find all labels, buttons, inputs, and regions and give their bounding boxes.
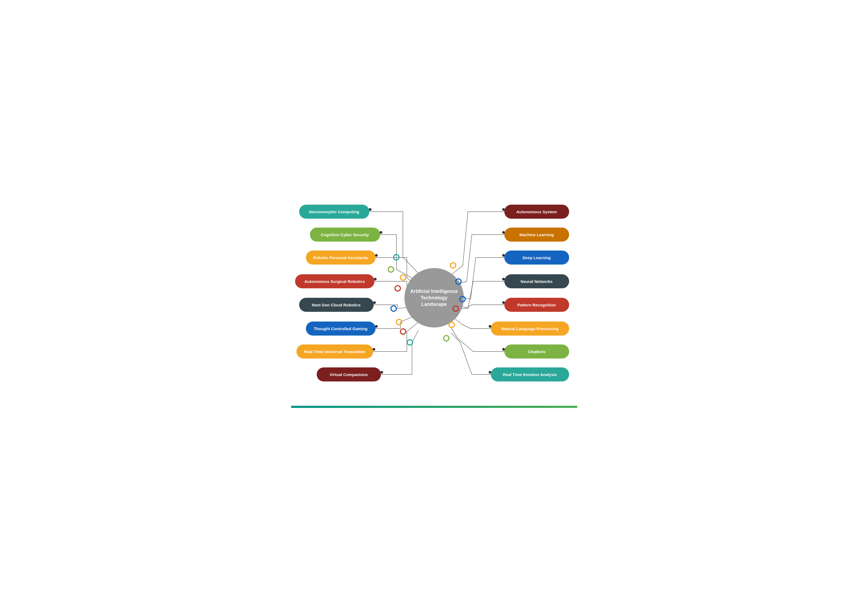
ring-1 [393,254,400,260]
node-robotic: Robotic Personal Assistants [306,251,376,264]
center-label: Artificial Intelligence Technology Lands… [410,288,458,308]
dot-ml [502,231,505,234]
node-autonomous: Autonomous System [504,205,569,219]
ring-10 [455,278,462,285]
node-chatbots: Chatbots [504,344,569,359]
dot-dl [502,254,505,257]
dot-virtual [381,371,383,374]
dot-chatbots [502,348,505,351]
ring-6 [396,319,402,325]
dot-nn [502,278,505,281]
dot-thought [375,325,378,328]
node-cognitive: Cognitive Cyber Security [310,227,380,242]
ring-12 [453,305,459,312]
ring-4 [394,285,401,292]
dot-autonomous [502,208,505,211]
ring-5 [390,305,397,312]
node-nn: Neural Networks [504,274,569,288]
node-neuromorphic: Neuromorphic Computing [299,205,369,219]
node-pattern: Pattern Recognition [504,298,569,312]
dot-nextgen [373,301,376,304]
ring-8 [407,339,413,345]
page-wrapper: Artificial Intelligence Technology Lands… [286,182,583,413]
node-dl: Deep Learning [504,251,569,264]
ring-14 [443,335,450,341]
dot-pattern [502,301,505,304]
bottom-bar [291,406,577,408]
ring-9 [450,262,456,269]
node-thought: Thought Controlled Gaming [306,322,376,335]
ring-11 [459,296,466,303]
ring-3 [400,274,406,281]
dot-emotion [489,371,492,374]
node-nextgen: Next Gen Cloud Robotics [299,298,373,312]
dot-robotic [375,254,378,257]
dot-translation [373,348,375,351]
node-translation: Real Time Universal Translation [297,344,373,359]
node-virtual: Virtual Companions [317,368,381,381]
node-nlp: Natural Language Processing [491,322,569,335]
node-emotion: Real Time Emotion Analysis [491,368,569,381]
ring-7 [400,328,406,335]
dot-surgical [374,278,376,281]
ring-13 [449,322,455,328]
ring-2 [388,266,394,273]
dot-cognitive [379,231,382,234]
diagram-container: Artificial Intelligence Technology Lands… [291,192,577,403]
node-surgical: Autonomous Surgical Robotics [295,274,375,288]
dot-neuromorphic [369,208,372,211]
node-ml: Machine Learning [504,227,569,242]
center-circle: Artificial Intelligence Technology Lands… [404,268,464,328]
dot-nlp [489,325,492,328]
